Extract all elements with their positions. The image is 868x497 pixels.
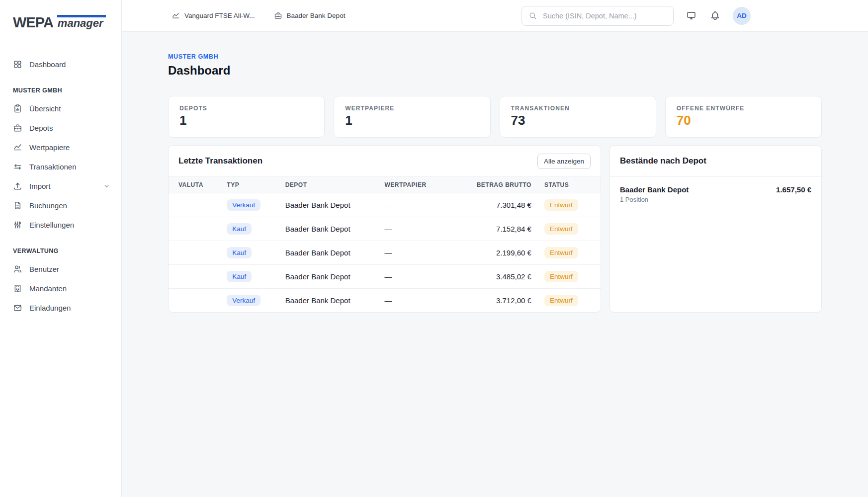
- notifications-button[interactable]: [709, 9, 721, 22]
- chart-line-icon: [13, 143, 22, 152]
- sidebar-item-label: Einstellungen: [29, 221, 74, 229]
- stat-value: 1: [345, 113, 479, 128]
- brand-name: WEPA: [13, 16, 53, 29]
- sidebar-item-label: Depots: [29, 124, 53, 132]
- sidebar-item-label: Buchungen: [29, 201, 67, 210]
- sidebar-item-label: Dashboard: [29, 60, 66, 69]
- transactions-panel-header: Letzte Transaktionen Alle anzeigen: [169, 146, 601, 176]
- brand-logo[interactable]: WEPA manager: [0, 15, 121, 29]
- mail-icon: [13, 303, 22, 313]
- cell-wertpapier: —: [384, 217, 460, 241]
- sidebar-item-mandanten[interactable]: Mandanten: [0, 279, 121, 298]
- sidebar-item-label: Benutzer: [29, 265, 59, 273]
- sidebar-item-label: Mandanten: [29, 284, 67, 293]
- view-all-button[interactable]: Alle anzeigen: [537, 154, 591, 169]
- monitor-icon: [686, 10, 696, 21]
- quick-links: Vanguard FTSE All-W... Baader Bank Depot: [172, 11, 345, 20]
- status-badge: Entwurf: [544, 295, 578, 306]
- cell-depot: Baader Bank Depot: [285, 193, 385, 217]
- column-header-valuta: VALUTA: [169, 177, 227, 193]
- typ-badge: Kauf: [227, 271, 252, 282]
- cell-depot: Baader Bank Depot: [285, 289, 385, 313]
- column-header-status: STATUS: [531, 177, 601, 193]
- stat-card-wertpapiere: WERTPAPIERE 1: [334, 96, 490, 138]
- stat-label: DEPOTS: [179, 105, 313, 112]
- cell-wertpapier: —: [384, 265, 460, 289]
- table-row[interactable]: Kauf Baader Bank Depot — 7.152,84 € Entw…: [169, 217, 601, 241]
- cell-valuta: [169, 193, 227, 217]
- quick-link-depot[interactable]: Baader Bank Depot: [274, 11, 346, 20]
- holdings-panel-header: Bestände nach Depot: [610, 146, 821, 176]
- table-row[interactable]: Verkauf Baader Bank Depot — 7.301,48 € E…: [169, 193, 601, 217]
- status-badge: Entwurf: [544, 247, 578, 258]
- holdings-panel: Bestände nach Depot Baader Bank Depot 1 …: [609, 145, 822, 313]
- status-badge: Entwurf: [544, 223, 578, 235]
- transactions-title: Letzte Transaktionen: [178, 156, 262, 166]
- building-icon: [13, 284, 22, 293]
- stat-value: 1: [179, 113, 313, 128]
- search-icon: [528, 11, 537, 20]
- sidebar-item-label: Import: [29, 182, 51, 190]
- cell-betrag: 3.712,00 €: [460, 289, 531, 313]
- stat-label: OFFENE ENTWÜRFE: [677, 105, 810, 112]
- table-row[interactable]: Verkauf Baader Bank Depot — 3.712,00 € E…: [169, 289, 601, 313]
- holdings-title: Bestände nach Depot: [620, 156, 706, 166]
- cell-wertpapier: —: [384, 193, 460, 217]
- typ-badge: Verkauf: [227, 199, 260, 211]
- holding-info: Baader Bank Depot 1 Position: [620, 185, 689, 203]
- sidebar-item-benutzer[interactable]: Benutzer: [0, 259, 121, 279]
- cell-valuta: [169, 289, 227, 313]
- sidebar-item-import[interactable]: Import: [0, 176, 121, 196]
- search-input[interactable]: [542, 11, 667, 20]
- main-content: MUSTER GMBH Dashboard DEPOTS 1 WERTPAPIE…: [122, 32, 868, 497]
- users-icon: [13, 264, 22, 274]
- sidebar-item-transaktionen[interactable]: Transaktionen: [0, 157, 121, 176]
- cell-wertpapier: —: [384, 289, 460, 313]
- stat-card-depots: DEPOTS 1: [168, 96, 325, 138]
- cell-betrag: 3.485,02 €: [460, 265, 531, 289]
- sidebar-item-depots[interactable]: Depots: [0, 118, 121, 138]
- breadcrumb[interactable]: MUSTER GMBH: [168, 53, 822, 60]
- cell-betrag: 7.301,48 €: [460, 193, 531, 217]
- sidebar-section-title-verwaltung: VERWALTUNG: [0, 235, 121, 259]
- stat-value: 73: [511, 113, 645, 128]
- stat-value: 70: [677, 113, 810, 128]
- brand-suffix: manager: [57, 15, 106, 29]
- transactions-table: VALUTA TYP DEPOT WERTPAPIER BETRAG BRUTT…: [169, 176, 601, 312]
- arrows-exchange-icon: [13, 162, 22, 171]
- stat-card-transaktionen: TRANSAKTIONEN 73: [500, 96, 656, 138]
- chart-line-icon: [172, 11, 180, 20]
- list-item[interactable]: Baader Bank Depot 1 Position 1.657,50 €: [610, 176, 821, 212]
- sidebar: WEPA manager Dashboard MUSTER GMBH Übers…: [0, 0, 122, 497]
- table-row[interactable]: Kauf Baader Bank Depot — 2.199,60 € Entw…: [169, 241, 601, 265]
- bell-icon: [710, 10, 720, 21]
- chevron-down-icon: [103, 182, 110, 190]
- cell-betrag: 2.199,60 €: [460, 241, 531, 265]
- cell-betrag: 7.152,84 €: [460, 217, 531, 241]
- sliders-icon: [13, 220, 22, 230]
- search-box: [521, 6, 674, 26]
- quick-link-label: Vanguard FTSE All-W...: [184, 12, 255, 19]
- quick-link-label: Baader Bank Depot: [287, 12, 346, 19]
- cell-wertpapier: —: [384, 241, 460, 265]
- holding-name: Baader Bank Depot: [620, 185, 689, 194]
- sidebar-item-label: Übersicht: [29, 104, 61, 113]
- quick-link-wertpapier[interactable]: Vanguard FTSE All-W...: [172, 11, 255, 20]
- upload-icon: [13, 181, 22, 191]
- top-bar: Vanguard FTSE All-W... Baader Bank Depot…: [122, 0, 868, 32]
- status-badge: Entwurf: [544, 199, 578, 211]
- sidebar-item-uebersicht[interactable]: Übersicht: [0, 99, 121, 118]
- cell-depot: Baader Bank Depot: [285, 265, 385, 289]
- user-avatar[interactable]: AD: [733, 7, 751, 25]
- sidebar-item-einstellungen[interactable]: Einstellungen: [0, 215, 121, 235]
- sidebar-item-wertpapiere[interactable]: Wertpapiere: [0, 138, 121, 157]
- table-row[interactable]: Kauf Baader Bank Depot — 3.485,02 € Entw…: [169, 265, 601, 289]
- cell-depot: Baader Bank Depot: [285, 241, 385, 265]
- sidebar-item-einladungen[interactable]: Einladungen: [0, 298, 121, 318]
- cell-depot: Baader Bank Depot: [285, 217, 385, 241]
- sidebar-item-buchungen[interactable]: Buchungen: [0, 196, 121, 215]
- briefcase-icon: [13, 123, 22, 133]
- sidebar-item-dashboard[interactable]: Dashboard: [0, 55, 121, 74]
- display-mode-button[interactable]: [685, 9, 697, 22]
- cell-valuta: [169, 217, 227, 241]
